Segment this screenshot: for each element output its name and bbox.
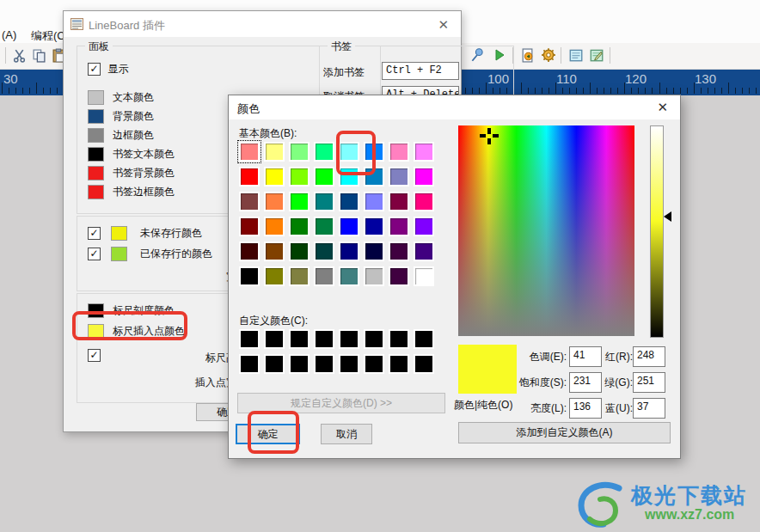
basic-color-cell[interactable]	[239, 167, 260, 187]
custom-color-cell[interactable]	[389, 329, 409, 349]
export-doc-icon[interactable]	[518, 46, 536, 64]
ruler-caret-swatch[interactable]	[88, 324, 104, 339]
basic-color-cell[interactable]	[289, 217, 310, 236]
basic-color-cell[interactable]	[314, 192, 334, 211]
luminance-slider[interactable]	[650, 125, 664, 338]
custom-color-cell[interactable]	[339, 354, 359, 374]
basic-color-cell[interactable]	[264, 217, 285, 236]
basic-color-cell[interactable]	[389, 142, 409, 162]
custom-color-cell[interactable]	[239, 329, 260, 349]
basic-color-cell[interactable]	[414, 217, 434, 236]
basic-color-cell[interactable]	[339, 142, 359, 162]
basic-color-cell[interactable]	[339, 242, 359, 261]
basic-color-cell[interactable]	[314, 217, 334, 236]
custom-color-cell[interactable]	[314, 329, 334, 349]
cut-icon[interactable]	[9, 46, 28, 64]
basic-color-cell[interactable]	[389, 192, 409, 211]
basic-color-cell[interactable]	[339, 266, 359, 286]
ruler-height-checkbox[interactable]: ✓	[88, 349, 101, 362]
show-checkbox[interactable]: ✓	[88, 63, 101, 76]
basic-color-cell[interactable]	[389, 167, 409, 187]
basic-color-cell[interactable]	[264, 167, 285, 187]
basic-color-cell[interactable]	[364, 242, 384, 261]
saved-line-checkbox[interactable]: ✓	[88, 248, 101, 260]
add-to-custom-colors-button[interactable]: 添加到自定义颜色(A)	[458, 422, 671, 443]
custom-color-cell[interactable]	[339, 329, 359, 349]
copy-icon[interactable]	[29, 46, 48, 64]
basic-color-cell[interactable]	[239, 242, 260, 261]
basic-color-cell[interactable]	[339, 192, 359, 211]
green-field[interactable]: 251	[633, 372, 665, 393]
basic-color-cell[interactable]	[239, 192, 260, 211]
show-checkbox-row[interactable]: ✓ 显示	[88, 61, 128, 76]
unsaved-line-checkbox[interactable]: ✓	[88, 227, 101, 240]
basic-color-cell[interactable]	[389, 242, 409, 261]
basic-color-cell[interactable]	[239, 217, 260, 236]
basic-color-cell[interactable]	[314, 242, 334, 261]
basic-color-cell[interactable]	[264, 192, 285, 211]
basic-color-cell[interactable]	[389, 217, 409, 236]
ruler-tick-swatch[interactable]	[88, 303, 104, 318]
color-swatch[interactable]	[88, 185, 104, 199]
ruler-caret-color-row[interactable]: 标尺插入点颜色	[88, 323, 185, 339]
luminance-slider-arrow[interactable]	[664, 211, 671, 222]
basic-color-cell[interactable]	[289, 242, 310, 261]
basic-color-cell[interactable]	[364, 266, 384, 286]
basic-color-cell[interactable]	[364, 142, 384, 162]
basic-color-cell[interactable]	[414, 192, 434, 211]
color-row[interactable]: 书签文本颜色	[88, 146, 175, 162]
define-custom-colors-button[interactable]: 规定自定义颜色(D) >>	[237, 393, 445, 413]
add-bookmark-shortcut-field[interactable]: Ctrl + F2	[382, 62, 459, 80]
custom-color-cell[interactable]	[364, 354, 384, 374]
hue-saturation-field[interactable]	[458, 125, 634, 336]
color-ok-button[interactable]: 确定	[236, 424, 300, 444]
basic-color-cell[interactable]	[414, 266, 434, 286]
basic-color-cell[interactable]	[414, 167, 434, 187]
color-swatch[interactable]	[88, 90, 104, 105]
basic-color-cell[interactable]	[289, 142, 310, 162]
unsaved-line-swatch[interactable]	[111, 226, 127, 241]
custom-color-cell[interactable]	[414, 329, 434, 349]
custom-color-cell[interactable]	[389, 354, 409, 374]
custom-color-cell[interactable]	[314, 354, 334, 374]
hue-field[interactable]: 41	[569, 346, 602, 367]
custom-color-cell[interactable]	[289, 329, 310, 349]
ruler-tick-color-row[interactable]: 标尺刻度颜色	[88, 303, 175, 318]
lineboard-close-icon[interactable]: ✕	[438, 17, 449, 33]
color-swatch[interactable]	[88, 128, 104, 143]
custom-color-cell[interactable]	[264, 354, 285, 374]
color-swatch[interactable]	[88, 109, 104, 124]
basic-color-cell[interactable]	[289, 167, 310, 187]
ruler-height-row[interactable]: ✓	[88, 347, 101, 363]
menu-item-a[interactable]: (A)	[2, 28, 16, 41]
color-row[interactable]: 书签背景颜色	[88, 165, 175, 180]
notepad-icon[interactable]	[567, 46, 585, 64]
basic-color-cell[interactable]	[289, 266, 310, 286]
red-field[interactable]: 248	[633, 346, 665, 367]
settings-gear-icon[interactable]	[539, 46, 558, 64]
custom-color-cell[interactable]	[414, 354, 434, 374]
basic-color-cell[interactable]	[314, 167, 334, 187]
basic-color-cell[interactable]	[414, 242, 434, 261]
blue-field[interactable]: 37	[633, 398, 665, 419]
color-cancel-button[interactable]: 取消	[321, 424, 372, 444]
basic-color-cell[interactable]	[364, 217, 384, 236]
basic-color-cell[interactable]	[339, 167, 359, 187]
basic-color-cell[interactable]	[239, 142, 260, 162]
basic-color-cell[interactable]	[389, 266, 409, 286]
basic-color-cell[interactable]	[264, 142, 285, 162]
color-row[interactable]: 文本颜色	[88, 89, 154, 105]
color-row[interactable]: 背景颜色	[88, 108, 154, 124]
basic-color-cell[interactable]	[264, 266, 285, 286]
unsaved-line-row[interactable]: ✓ 未保存行颜色	[88, 225, 202, 241]
basic-color-cell[interactable]	[339, 217, 359, 236]
basic-color-cell[interactable]	[364, 192, 384, 211]
basic-color-cell[interactable]	[264, 242, 285, 261]
saved-line-row[interactable]: ✓ 已保存行的颜色	[88, 246, 212, 261]
custom-color-cell[interactable]	[364, 329, 384, 349]
luminance-field[interactable]: 136	[569, 398, 602, 419]
basic-color-cell[interactable]	[314, 142, 334, 162]
basic-color-cell[interactable]	[364, 167, 384, 187]
basic-color-cell[interactable]	[314, 266, 334, 286]
basic-color-cell[interactable]	[414, 142, 434, 162]
